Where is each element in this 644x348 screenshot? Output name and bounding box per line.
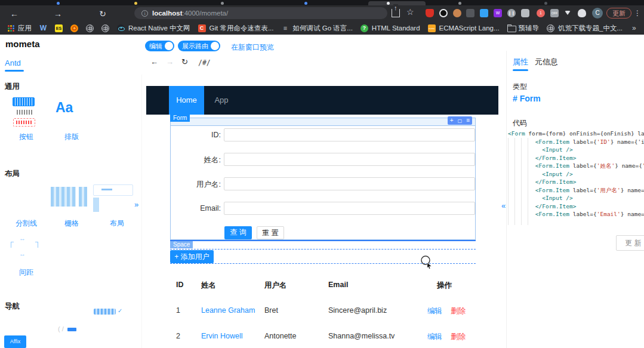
type-value: # Form xyxy=(513,94,541,103)
browser-tab-strip[interactable] xyxy=(0,0,644,5)
profile-avatar[interactable]: C xyxy=(592,8,603,19)
add-user-button[interactable]: 添加用户 xyxy=(170,250,214,263)
update-button[interactable]: 更 新 xyxy=(616,235,644,251)
browser-toolbar: ilocalhost:4000/mometa/ ☆ W ❙❙ 1 OFF C 更… xyxy=(0,5,644,21)
form-selection-header xyxy=(171,118,475,126)
nav-item-app[interactable]: App xyxy=(204,86,239,115)
edit-link[interactable]: 编辑 xyxy=(427,332,442,341)
shield-icon[interactable] xyxy=(426,9,434,17)
react-icon xyxy=(117,24,125,32)
whatwg-icon: ? xyxy=(360,24,368,32)
lock-off-icon[interactable]: OFF xyxy=(550,9,559,17)
bookmark-globe-2[interactable] xyxy=(101,24,109,32)
tab-meta-info[interactable]: 元信息 xyxy=(535,57,558,67)
funnel-icon[interactable] xyxy=(565,11,571,15)
delete-link[interactable]: 删除 xyxy=(451,307,466,315)
tab-favicon xyxy=(134,2,137,5)
type-label: 类型 xyxy=(513,82,527,92)
grid-icon[interactable] xyxy=(466,9,474,17)
form-row-id: ID: xyxy=(171,128,475,141)
url-bar[interactable]: ilocalhost:4000/mometa/ xyxy=(134,7,387,19)
black-circle-icon[interactable] xyxy=(439,9,448,17)
chrome-update-button[interactable]: 更新 xyxy=(606,8,631,19)
component-card-affix[interactable]: Affix xyxy=(4,335,26,348)
id-input[interactable] xyxy=(224,128,475,141)
tampermonkey-icon[interactable] xyxy=(453,9,461,17)
notes-icon: ≡ xyxy=(282,24,289,32)
paw-icon[interactable] xyxy=(578,9,586,17)
forward-arrow-icon[interactable] xyxy=(166,57,174,66)
menu-icon[interactable] xyxy=(467,116,470,125)
es-yellow-icon: ES xyxy=(55,24,63,32)
screen: ilocalhost:4000/mometa/ ☆ W ❙❙ 1 OFF C 更… xyxy=(0,0,644,348)
tab-favicon xyxy=(458,2,461,5)
username-input[interactable] xyxy=(224,177,475,190)
canvas: /#/ Home App Form ID: xyxy=(142,55,506,348)
form-row-username: 用户名: xyxy=(171,177,475,190)
red-badge-icon[interactable]: 1 xyxy=(537,9,545,17)
bookmark-wikipedia[interactable]: W xyxy=(39,24,47,32)
toggle-knob xyxy=(165,42,173,50)
bookmarks-overflow-icon[interactable] xyxy=(632,24,636,32)
code-block[interactable]: <Form form={form} onFinish={onFinish} la… xyxy=(507,130,644,225)
bookmark-folder-tutoring[interactable]: 预辅导 xyxy=(507,24,540,33)
url-path: :4000/mometa/ xyxy=(182,10,228,17)
copy-icon[interactable] xyxy=(458,116,463,125)
grid-preview-small xyxy=(79,187,87,207)
purple-w-icon[interactable]: W xyxy=(494,9,502,17)
component-library-panel: 通用 按钮 Aa 排版 布局 分割线 栅格 xyxy=(0,75,142,348)
bookmark-go-debug[interactable]: ≡如何调试 Go 语言... xyxy=(282,24,353,33)
bookmark-html-standard[interactable]: ?HTML Standard xyxy=(360,24,420,32)
share-icon[interactable] xyxy=(392,9,400,17)
robot-icon[interactable] xyxy=(521,9,529,17)
ecma-icon: ecma xyxy=(428,24,436,32)
query-button[interactable]: 查 询 xyxy=(224,226,252,239)
reload-icon[interactable] xyxy=(181,57,188,66)
route-path: /#/ xyxy=(198,58,211,67)
show-routes-toggle[interactable]: 展示路由 xyxy=(178,41,220,51)
selected-form-element[interactable]: Form ID: 姓名: 用户名: xyxy=(170,118,476,240)
bookmark-apps[interactable]: 应用 xyxy=(8,24,32,33)
bookmark-ecmascript[interactable]: ecmaECMAScript Lang... xyxy=(428,24,500,32)
preview-new-window-link[interactable]: 在新窗口预览 xyxy=(231,42,274,53)
user-name-link[interactable]: Leanne Graham xyxy=(201,306,255,315)
plus-icon xyxy=(174,252,178,261)
bookmarks-bar: 应用 W ES React Native 中文网 CGit 常用命令速查表...… xyxy=(0,21,644,35)
space-tag: Space xyxy=(170,241,193,248)
form-row-email: Email: xyxy=(171,202,475,215)
nav-item-home[interactable]: Home xyxy=(169,86,204,115)
chevron-double-right-icon[interactable] xyxy=(134,200,138,209)
reload-icon[interactable] xyxy=(96,7,109,20)
element-toolbar xyxy=(448,116,472,125)
back-arrow-icon[interactable] xyxy=(8,7,21,20)
mouse-cursor xyxy=(420,255,435,269)
globe-icon xyxy=(547,24,554,32)
edit-link[interactable]: 编辑 xyxy=(427,307,442,315)
section-layout: 布局 xyxy=(5,169,20,179)
bookmark-es[interactable]: ES xyxy=(55,24,63,32)
user-name-link[interactable]: Ervin Howell xyxy=(201,332,242,340)
url-host: localhost xyxy=(152,10,182,17)
bookmark-react-native[interactable]: React Native 中文网 xyxy=(117,24,190,33)
info-circle-icon[interactable]: i xyxy=(141,10,148,17)
reset-button[interactable]: 重 置 xyxy=(257,226,284,239)
delete-link[interactable]: 删除 xyxy=(451,332,466,341)
chevron-double-left-icon[interactable] xyxy=(501,201,506,210)
edit-toggle[interactable]: 编辑 xyxy=(145,41,174,51)
rendered-page: Home App Form ID: 姓 xyxy=(146,86,498,348)
kebab-menu-icon[interactable] xyxy=(634,8,641,19)
bookmark-git[interactable]: CGit 常用命令速查表... xyxy=(198,24,274,33)
bookmark-swirl[interactable] xyxy=(70,24,78,32)
bookmark-star-icon[interactable]: ☆ xyxy=(406,7,414,17)
tab-antd[interactable]: Antd xyxy=(5,58,21,67)
email-input[interactable] xyxy=(224,202,475,215)
back-arrow-icon[interactable] xyxy=(150,57,158,66)
bookmark-dont-starve[interactable]: 饥荒下载专题_中文... xyxy=(547,24,623,33)
camera-icon[interactable] xyxy=(480,9,488,17)
name-input[interactable] xyxy=(224,153,475,166)
forward-arrow-icon[interactable] xyxy=(51,7,64,20)
bookmark-globe-1[interactable] xyxy=(86,24,94,32)
plus-icon[interactable] xyxy=(450,116,454,125)
tab-properties[interactable]: 属性 xyxy=(513,57,528,67)
session-pause-icon[interactable]: ❙❙ xyxy=(507,9,516,17)
